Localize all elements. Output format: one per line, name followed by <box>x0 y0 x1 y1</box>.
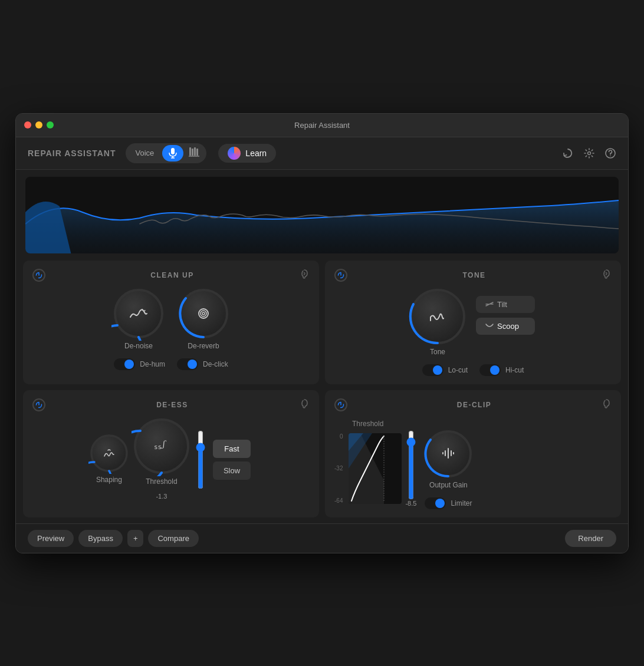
declip-slider-value: -8.5 <box>405 500 416 507</box>
deess-ear-button[interactable] <box>299 398 310 411</box>
close-dot[interactable] <box>24 121 31 128</box>
deess-threshold-value: -1.3 <box>156 493 167 500</box>
cleanup-ear-button[interactable] <box>299 269 310 282</box>
declip-y-axis: 0 -32 -64 <box>334 433 345 504</box>
shaping-label: Shaping <box>96 476 122 484</box>
bypass-button[interactable]: Bypass <box>78 530 123 547</box>
tone-title: TONE <box>347 271 601 279</box>
dereverb-knob-wrap: De-reverb <box>180 290 227 350</box>
settings-button[interactable] <box>583 147 595 159</box>
shaping-knob-wrap: Shaping <box>91 436 127 484</box>
dehum-label: De-hum <box>140 360 165 368</box>
limiter-toggle-item: Limiter <box>425 497 472 509</box>
tone-knob-wrap: Tone <box>411 290 464 356</box>
locut-label: Lo-cut <box>448 366 468 374</box>
declip-slider-section: -8.5 <box>405 430 416 507</box>
learn-button[interactable]: Learn <box>218 144 276 163</box>
tone-ear-icon <box>601 269 612 279</box>
svg-point-10 <box>610 155 611 156</box>
help-button[interactable] <box>604 147 616 159</box>
dehum-thumb <box>124 360 134 369</box>
fast-button[interactable]: Fast <box>213 440 251 458</box>
voice-mode-button[interactable]: Voice <box>127 146 163 160</box>
dehum-toggle-item: De-hum <box>114 358 165 370</box>
tone-power-icon <box>337 272 344 279</box>
tilt-button[interactable]: Tilt <box>476 296 535 313</box>
deess-threshold-knob[interactable]: ss ʃ <box>135 420 188 473</box>
tilt-icon <box>485 301 494 307</box>
mic-mode-button[interactable] <box>162 145 183 161</box>
refresh-button[interactable] <box>562 147 574 159</box>
denoise-icon <box>129 306 148 321</box>
tilt-label: Tilt <box>497 300 507 309</box>
declip-graph-svg <box>349 433 402 504</box>
deess-power-button[interactable] <box>32 398 45 411</box>
declip-power-button[interactable] <box>334 398 347 411</box>
tone-section: Tone Tilt Sc <box>334 290 612 356</box>
tone-options: Tilt Scoop <box>476 296 535 335</box>
learn-label: Learn <box>245 149 267 158</box>
deess-ear-icon <box>299 398 310 409</box>
declip-power-icon <box>337 401 344 408</box>
svg-rect-3 <box>189 147 191 156</box>
instrument-icon <box>188 147 200 160</box>
preview-button[interactable]: Preview <box>28 530 74 547</box>
mic-icon <box>168 148 178 159</box>
output-gain-knob[interactable] <box>426 431 471 476</box>
svg-rect-0 <box>171 148 175 154</box>
declick-label: De-click <box>203 360 228 368</box>
deess-threshold-knob-wrap: ss ʃ Threshold -1.3 <box>135 420 188 500</box>
declip-ear-icon <box>601 398 612 409</box>
deess-slider-wrap <box>196 430 205 489</box>
header: REPAIR ASSISTANT Voice <box>16 137 628 170</box>
panels-grid: CLEAN UP <box>16 261 628 523</box>
deess-threshold-label: Threshold <box>146 477 177 486</box>
hicut-label: Hi-cut <box>505 366 524 374</box>
declip-graph-row: 0 -32 -64 <box>334 430 416 507</box>
dereverb-knob[interactable] <box>180 290 227 337</box>
deess-speed-group: Fast Slow <box>213 440 251 480</box>
svg-point-8 <box>588 151 591 154</box>
tone-power-button[interactable] <box>334 269 347 282</box>
locut-toggle[interactable] <box>422 364 443 376</box>
tone-knob[interactable] <box>411 290 464 343</box>
svg-point-18 <box>201 311 206 316</box>
shaping-knob[interactable] <box>91 436 127 471</box>
declip-slider[interactable] <box>407 430 415 500</box>
deess-content: Shaping ss ʃ Threshold <box>32 420 310 500</box>
deess-panel: DE-ESS <box>23 390 319 517</box>
dehum-toggle[interactable] <box>114 358 135 370</box>
declick-toggle[interactable] <box>177 358 198 370</box>
bottom-bar: Preview Bypass + Compare Render <box>16 523 628 553</box>
help-icon <box>604 147 616 159</box>
waveform-svg <box>25 177 619 253</box>
compare-button[interactable]: Compare <box>148 530 198 547</box>
declip-panel: DE-CLIP Threshold 0 -32 - <box>325 390 621 517</box>
maximize-dot[interactable] <box>47 121 54 128</box>
tone-ear-button[interactable] <box>601 269 612 282</box>
cleanup-panel: CLEAN UP <box>23 261 319 384</box>
limiter-toggle[interactable] <box>425 497 446 509</box>
denoise-knob[interactable] <box>115 290 162 337</box>
hicut-toggle-item: Hi-cut <box>479 364 524 376</box>
declip-left-section: Threshold 0 -32 -64 <box>334 420 416 507</box>
app-logo: REPAIR ASSISTANT <box>28 149 116 158</box>
minimize-dot[interactable] <box>35 121 42 128</box>
svg-rect-5 <box>194 147 196 156</box>
scoop-button[interactable]: Scoop <box>476 318 535 335</box>
declip-graph <box>349 433 402 504</box>
header-icons <box>562 147 616 159</box>
instrument-mode-button[interactable] <box>183 145 205 161</box>
hicut-toggle[interactable] <box>479 364 501 376</box>
main-window: Repair Assistant REPAIR ASSISTANT Voice <box>15 113 629 553</box>
deess-slider[interactable] <box>196 430 205 489</box>
gear-icon <box>583 147 595 159</box>
cleanup-power-button[interactable] <box>32 269 45 282</box>
declip-ear-button[interactable] <box>601 398 612 411</box>
locut-toggle-item: Lo-cut <box>422 364 468 376</box>
limiter-thumb <box>435 499 445 508</box>
slow-button[interactable]: Slow <box>213 461 251 480</box>
render-button[interactable]: Render <box>565 530 616 547</box>
plus-button[interactable]: + <box>127 530 144 547</box>
deess-threshold-icon: ss ʃ <box>153 438 170 454</box>
